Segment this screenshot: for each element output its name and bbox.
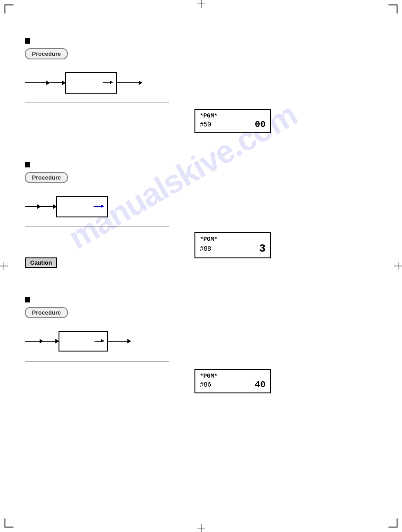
- corner-mark-tr: [388, 5, 397, 14]
- section-3-separator: [25, 361, 169, 361]
- section-1-pgm-value: 00: [255, 119, 266, 130]
- flow-box-3-inner-arrow: [95, 341, 104, 342]
- cross-left-v: [4, 262, 4, 270]
- section-3-flow: [25, 331, 131, 352]
- section-2-separator: [25, 226, 169, 226]
- s3-flow-arrow-1: [25, 341, 43, 342]
- flow-arrow-3: [117, 82, 142, 83]
- section-2-pgm-code: #88: [200, 245, 211, 252]
- flow-box-1: [65, 72, 117, 94]
- s3-flow-arrow-3: [108, 341, 131, 342]
- s2-flow-arrow-2: [41, 206, 56, 207]
- section-1-bullet: [25, 38, 30, 44]
- caution-section: Caution: [25, 257, 57, 268]
- section-1-display: *PGM* #50 00: [194, 109, 271, 133]
- procedure-badge-3: Procedure: [25, 307, 68, 318]
- procedure-badge-1: Procedure: [25, 48, 68, 59]
- section-2-pgm-value: 3: [259, 243, 266, 255]
- corner-mark-tl: [5, 5, 14, 14]
- flow-arrow-2: [50, 82, 65, 83]
- section-2-flow: [25, 196, 108, 217]
- section-1: Procedure: [25, 38, 68, 68]
- section-1-pgm-code: #50: [200, 121, 211, 128]
- section-1-flow: [25, 72, 142, 94]
- section-2-bullet: [25, 162, 30, 167]
- flow-arrow-1: [25, 82, 50, 83]
- corner-mark-br: [388, 518, 397, 527]
- section-3-pgm-value: 40: [255, 379, 266, 390]
- caution-badge: Caution: [25, 257, 57, 268]
- procedure-badge-2: Procedure: [25, 172, 68, 183]
- flow-box-3: [59, 331, 108, 352]
- section-1-separator: [25, 103, 169, 103]
- s2-flow-arrow-1: [25, 206, 41, 207]
- section-3-pgm-code: #86: [200, 381, 211, 388]
- flow-box-2-inner-arrow: [94, 206, 104, 207]
- section-2-display: *PGM* #88 3: [194, 232, 271, 258]
- corner-mark-bl: [5, 518, 14, 527]
- section-3-bullet: [25, 297, 30, 302]
- section-3: Procedure: [25, 297, 68, 326]
- section-3-pgm-title: *PGM*: [200, 373, 266, 379]
- s3-flow-arrow-2: [43, 341, 59, 342]
- cross-top-v: [201, 0, 201, 8]
- cross-bottom-h: [197, 528, 205, 528]
- flow-box-2: [56, 196, 108, 217]
- flow-box-1-inner-arrow: [103, 82, 113, 83]
- section-2-pgm-title: *PGM*: [200, 236, 266, 243]
- section-2: Procedure: [25, 162, 68, 191]
- cross-right-v: [398, 262, 398, 270]
- cross-left-h: [0, 266, 8, 266]
- section-1-pgm-title: *PGM*: [200, 113, 266, 119]
- cross-top-h: [197, 4, 205, 4]
- section-3-display: *PGM* #86 40: [194, 369, 271, 393]
